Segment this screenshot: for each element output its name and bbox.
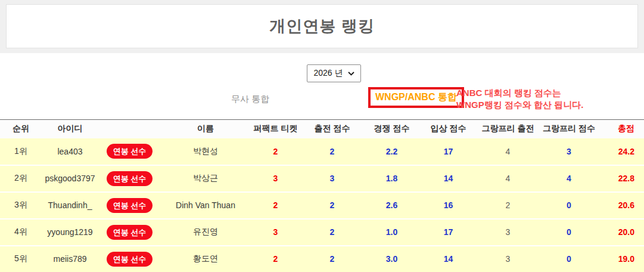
col-badge: [98, 120, 161, 138]
chevron-down-icon: [348, 72, 354, 76]
table-row: 2위pskgood3797연봉 선수박상근331.8144422.8: [0, 165, 644, 192]
year-select-value: 2026 년: [313, 68, 343, 79]
tab-wngp-anbc-unified[interactable]: WNGP/ANBC 통합: [368, 87, 464, 108]
player-id-cell: yyoung1219: [42, 219, 98, 246]
prize-score-cell: 14: [420, 165, 477, 192]
player-id-cell: pskgood3797: [42, 165, 98, 192]
col-gp-entry: 그랑프리 출전: [477, 120, 539, 138]
rank-cell: 1위: [0, 138, 42, 165]
entry-score-cell: 2: [301, 138, 363, 165]
player-id-cell: Thuandinh_: [42, 192, 98, 219]
perfect-ticket-cell: 3: [250, 165, 301, 192]
table-body: 1위lea403연봉 선수박현성222.2174324.22위pskgood37…: [0, 138, 644, 272]
player-name-cell: 박현성: [161, 138, 250, 165]
rank-cell: 5위: [0, 246, 42, 272]
table-row: 3위Thuandinh_연봉 선수Dinh Van Thuan222.61620…: [0, 192, 644, 219]
prize-score-cell: 16: [420, 192, 477, 219]
badge-cell: 연봉 선수: [98, 246, 161, 272]
perfect-ticket-cell: 2: [250, 246, 301, 272]
perfect-ticket-cell: 2: [250, 138, 301, 165]
player-id-cell: meiis789: [42, 246, 98, 272]
controls-row: 2026 년: [0, 64, 644, 82]
entry-score-cell: 2: [301, 192, 363, 219]
salary-player-badge: 연봉 선수: [107, 144, 153, 159]
perfect-ticket-cell: 2: [250, 192, 301, 219]
perfect-ticket-cell: 3: [250, 219, 301, 246]
table-row: 1위lea403연봉 선수박현성222.2174324.2: [0, 138, 644, 165]
page-title: 개인연봉 랭킹: [269, 16, 375, 37]
player-name-cell: 박상근: [161, 165, 250, 192]
gp-score-cell: 3: [539, 138, 599, 165]
badge-cell: 연봉 선수: [98, 165, 161, 192]
prize-score-cell: 17: [420, 219, 477, 246]
gp-entry-cell: 3: [477, 219, 539, 246]
entry-score-cell: 2: [301, 219, 363, 246]
salary-player-badge: 연봉 선수: [107, 171, 153, 186]
entry-score-cell: 2: [301, 246, 363, 272]
col-prize-score: 입상 점수: [420, 120, 477, 138]
gp-score-cell: 0: [539, 219, 599, 246]
col-entry-score: 출전 점수: [301, 120, 363, 138]
rank-cell: 3위: [0, 192, 42, 219]
ranking-table: 순위 아이디 이름 퍼팩트 티켓 출전 점수 경쟁 점수 입상 점수 그랑프리 …: [0, 119, 644, 272]
gp-entry-cell: 4: [477, 138, 539, 165]
badge-cell: 연봉 선수: [98, 219, 161, 246]
total-score-cell: 19.0: [599, 246, 644, 272]
compete-score-cell: 2.6: [363, 192, 420, 219]
title-box: 개인연봉 랭킹: [6, 4, 638, 48]
anbc-notice-line1: ANBC 대회의 랭킹 점수는: [456, 87, 583, 99]
badge-cell: 연봉 선수: [98, 192, 161, 219]
col-compete-score: 경쟁 점수: [363, 120, 420, 138]
compete-score-cell: 1.0: [363, 219, 420, 246]
gp-score-cell: 0: [539, 192, 599, 219]
col-total: 총점: [599, 120, 644, 138]
table-header-row: 순위 아이디 이름 퍼팩트 티켓 출전 점수 경쟁 점수 입상 점수 그랑프리 …: [0, 120, 644, 138]
gp-score-cell: 4: [539, 165, 599, 192]
rank-cell: 2위: [0, 165, 42, 192]
table-row: 5위meiis789연봉 선수황도연223.0143019.0: [0, 246, 644, 272]
compete-score-cell: 3.0: [363, 246, 420, 272]
tabs-row: 무사 통합 WNGP/ANBC 통합 ANBC 대회의 랭킹 점수는 WNGP랭…: [0, 86, 644, 116]
anbc-notice: ANBC 대회의 랭킹 점수는 WNGP랭킹 점수와 합산 됩니다.: [456, 87, 583, 112]
salary-player-badge: 연봉 선수: [107, 225, 153, 240]
gp-entry-cell: 2: [477, 192, 539, 219]
total-score-cell: 22.8: [599, 165, 644, 192]
gp-score-cell: 0: [539, 246, 599, 272]
total-score-cell: 20.0: [599, 219, 644, 246]
tab-musa-unified[interactable]: 무사 통합: [231, 94, 269, 105]
player-name-cell: Dinh Van Thuan: [161, 192, 250, 219]
rank-cell: 4위: [0, 219, 42, 246]
compete-score-cell: 1.8: [363, 165, 420, 192]
gp-entry-cell: 4: [477, 165, 539, 192]
player-id-cell: lea403: [42, 138, 98, 165]
badge-cell: 연봉 선수: [98, 138, 161, 165]
anbc-notice-line2: WNGP랭킹 점수와 합산 됩니다.: [456, 99, 583, 111]
player-name-cell: 유진영: [161, 219, 250, 246]
col-perfect-ticket: 퍼팩트 티켓: [250, 120, 301, 138]
prize-score-cell: 14: [420, 246, 477, 272]
salary-ranking-page: 개인연봉 랭킹 2026 년 무사 통합 WNGP/ANBC 통합 ANBC 대…: [0, 0, 644, 272]
total-score-cell: 20.6: [599, 192, 644, 219]
col-id: 아이디: [42, 120, 98, 138]
salary-player-badge: 연봉 선수: [107, 252, 153, 267]
total-score-cell: 24.2: [599, 138, 644, 165]
gp-entry-cell: 3: [477, 246, 539, 272]
title-band: 개인연봉 랭킹: [0, 0, 644, 53]
player-name-cell: 황도연: [161, 246, 250, 272]
col-gp-score: 그랑프리 점수: [539, 120, 599, 138]
table-row: 4위yyoung1219연봉 선수유진영321.0173020.0: [0, 219, 644, 246]
compete-score-cell: 2.2: [363, 138, 420, 165]
year-select[interactable]: 2026 년: [307, 64, 360, 82]
col-rank: 순위: [0, 120, 42, 138]
salary-player-badge: 연봉 선수: [107, 198, 153, 213]
col-name: 이름: [161, 120, 250, 138]
prize-score-cell: 17: [420, 138, 477, 165]
entry-score-cell: 3: [301, 165, 363, 192]
